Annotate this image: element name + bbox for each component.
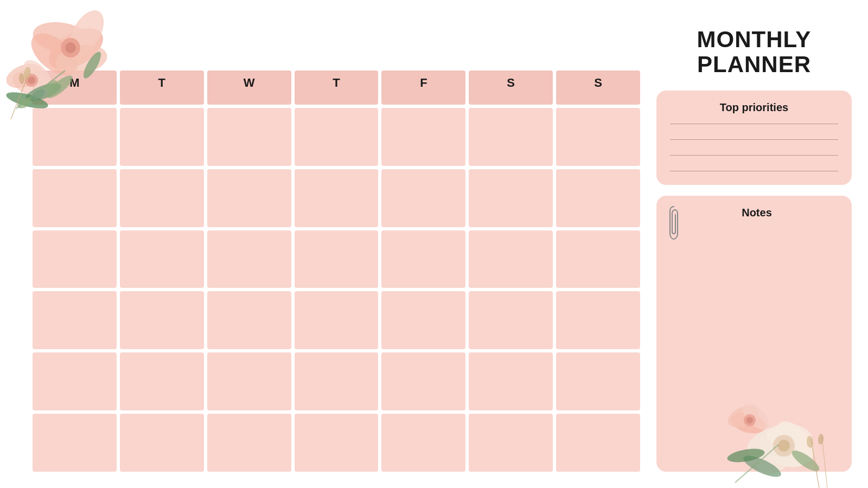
day-cell-2-2[interactable] (120, 169, 204, 227)
day-cell-1-2[interactable] (120, 108, 204, 166)
sidebar-section: MONTHLY PLANNER Top priorities Notes (656, 16, 852, 472)
day-header-t1: T (120, 70, 204, 105)
day-cell-3-6[interactable] (469, 230, 553, 288)
day-header-s1: S (469, 70, 553, 105)
day-cell-2-3[interactable] (207, 169, 291, 227)
day-header-m: M (33, 70, 117, 105)
day-cell-3-3[interactable] (207, 230, 291, 288)
day-cell-4-2[interactable] (120, 291, 204, 349)
notes-box: Notes (656, 196, 852, 472)
day-cell-4-6[interactable] (469, 291, 553, 349)
day-cell-6-5[interactable] (381, 414, 465, 472)
priority-line-4[interactable] (670, 171, 838, 171)
day-cell-2-1[interactable] (33, 169, 117, 227)
day-cell-5-6[interactable] (469, 352, 553, 410)
priority-line-2[interactable] (670, 139, 838, 140)
priorities-heading: Top priorities (670, 101, 838, 114)
day-cell-6-7[interactable] (556, 414, 640, 472)
planner-title-line1: MONTHLY (656, 27, 852, 52)
day-cell-1-7[interactable] (556, 108, 640, 166)
day-cell-1-3[interactable] (207, 108, 291, 166)
day-cell-1-4[interactable] (295, 108, 379, 166)
day-cell-1-5[interactable] (381, 108, 465, 166)
calendar-grid: M T W T F S S (33, 70, 640, 472)
day-cell-5-7[interactable] (556, 352, 640, 410)
day-cell-2-7[interactable] (556, 169, 640, 227)
day-cell-5-2[interactable] (120, 352, 204, 410)
day-cell-2-6[interactable] (469, 169, 553, 227)
day-cell-5-1[interactable] (33, 352, 117, 410)
day-cell-3-7[interactable] (556, 230, 640, 288)
day-cell-4-4[interactable] (295, 291, 379, 349)
day-cell-2-5[interactable] (381, 169, 465, 227)
day-cell-6-4[interactable] (295, 414, 379, 472)
day-cell-1-6[interactable] (469, 108, 553, 166)
day-cell-4-5[interactable] (381, 291, 465, 349)
day-cell-1-1[interactable] (33, 108, 117, 166)
day-cell-6-1[interactable] (33, 414, 117, 472)
day-cell-5-3[interactable] (207, 352, 291, 410)
day-cell-6-6[interactable] (469, 414, 553, 472)
day-header-s2: S (556, 70, 640, 105)
priority-lines (670, 124, 838, 171)
notes-heading: Notes (675, 207, 838, 219)
day-cell-4-3[interactable] (207, 291, 291, 349)
day-cell-4-1[interactable] (33, 291, 117, 349)
calendar-section: M T W T F S S (33, 16, 640, 472)
day-cell-6-2[interactable] (120, 414, 204, 472)
day-header-t2: T (295, 70, 379, 105)
priorities-box: Top priorities (656, 91, 852, 185)
day-cell-3-5[interactable] (381, 230, 465, 288)
day-cell-3-4[interactable] (295, 230, 379, 288)
main-layout: M T W T F S S (0, 0, 868, 488)
priority-line-3[interactable] (670, 155, 838, 156)
priority-line-1[interactable] (670, 124, 838, 124)
day-cell-4-7[interactable] (556, 291, 640, 349)
day-cell-6-3[interactable] (207, 414, 291, 472)
day-cell-3-2[interactable] (120, 230, 204, 288)
day-header-w: W (207, 70, 291, 105)
day-cell-5-4[interactable] (295, 352, 379, 410)
paperclip-icon (668, 204, 679, 242)
planner-title: MONTHLY PLANNER (656, 27, 852, 77)
day-header-f: F (381, 70, 465, 105)
planner-title-line2: PLANNER (656, 52, 852, 77)
day-cell-2-4[interactable] (295, 169, 379, 227)
day-cell-3-1[interactable] (33, 230, 117, 288)
day-cell-5-5[interactable] (381, 352, 465, 410)
